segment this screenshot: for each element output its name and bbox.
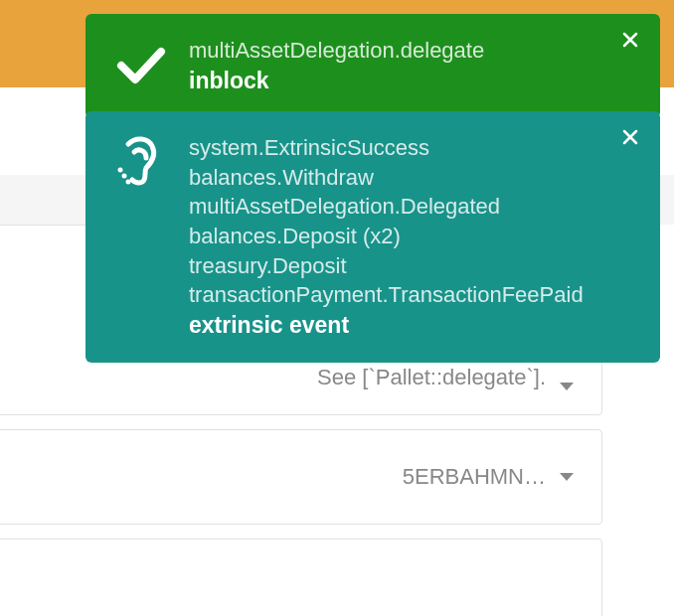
event-line: balances.Withdraw — [189, 163, 634, 193]
ear-icon — [111, 133, 169, 191]
account-value: 5ERBAHMN… — [403, 464, 546, 490]
event-line: balances.Deposit (x2) — [189, 222, 634, 251]
svg-point-2 — [126, 180, 131, 185]
event-line: system.ExtrinsicSuccess — [189, 133, 634, 163]
delegate-description: See [`Pallet::delegate`]. — [317, 365, 546, 390]
success-content: multiAssetDelegation.delegate inblock — [189, 36, 634, 96]
success-title: multiAssetDelegation.delegate — [189, 36, 634, 66]
close-icon[interactable] — [622, 32, 642, 52]
chevron-down-icon — [560, 383, 574, 390]
event-line: treasury.Deposit — [189, 251, 634, 281]
svg-point-1 — [122, 174, 127, 179]
success-notification: multiAssetDelegation.delegate inblock — [85, 14, 660, 118]
event-line: multiAssetDelegation.Delegated — [189, 192, 634, 222]
account-panel[interactable]: 5ERBAHMN… — [0, 429, 602, 525]
events-subtitle: extrinsic event — [189, 310, 634, 341]
events-content: system.ExtrinsicSuccess balances.Withdra… — [189, 133, 634, 341]
svg-point-0 — [118, 168, 123, 173]
events-notification: system.ExtrinsicSuccess balances.Withdra… — [85, 111, 660, 363]
close-icon[interactable] — [622, 129, 642, 149]
success-subtitle: inblock — [189, 66, 634, 96]
extra-panel[interactable] — [0, 539, 602, 616]
checkmark-icon — [111, 36, 169, 93]
chevron-down-icon — [560, 473, 574, 481]
event-line: transactionPayment.TransactionFeePaid — [189, 280, 634, 310]
